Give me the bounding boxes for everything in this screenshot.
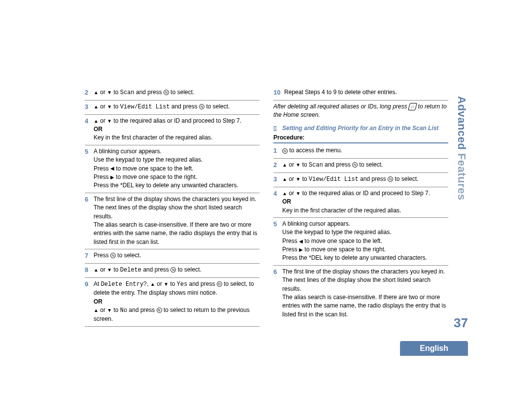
code-no: No	[120, 307, 127, 314]
step-number: 2	[273, 161, 282, 170]
procedure-label: Procedure:	[273, 133, 448, 143]
t: to	[112, 103, 120, 110]
step-number: 4	[273, 189, 282, 215]
ok-icon: N	[170, 267, 176, 273]
step-body: The first line of the display shows the …	[282, 268, 448, 319]
t: Key in the first character of the requir…	[94, 134, 212, 141]
t: and press	[323, 161, 352, 168]
step-body: N to access the menu.	[282, 146, 448, 156]
t: to	[112, 89, 120, 96]
page-content: 2 ▲ or ▼ to Scan and press N to select. …	[85, 86, 449, 327]
t: to	[168, 280, 177, 287]
right-column: 10 Repeat Steps 4 to 9 to delete other e…	[273, 86, 448, 327]
ok-icon: N	[388, 176, 393, 182]
step-number: 1	[273, 146, 282, 156]
up-icon: ▲	[94, 268, 99, 273]
ok-icon: N	[282, 148, 288, 154]
step-body: ▲ or ▼ to the required alias or ID and p…	[282, 189, 448, 215]
step-6: 6 The first line of the display shows th…	[273, 266, 448, 321]
step-1: 1 N to access the menu.	[273, 144, 448, 159]
right-icon: ▶	[110, 175, 114, 180]
section-title: Setting and Editing Priority for an Entr…	[282, 125, 438, 133]
t: or	[287, 161, 296, 168]
down-icon: ▼	[164, 282, 168, 287]
code-scan: Scan	[120, 89, 134, 96]
t: and press	[170, 103, 199, 110]
t: Press the *DEL key to delete any unwante…	[282, 254, 427, 261]
step-number: 8	[85, 266, 94, 275]
step-4: 4 ▲ or ▼ to the required alias or ID and…	[85, 115, 260, 145]
up-icon: ▲	[282, 163, 287, 168]
step-number: 6	[273, 268, 282, 319]
t: Press	[94, 173, 110, 180]
t: to	[112, 307, 120, 313]
up-icon: ▲	[282, 177, 287, 182]
step-number: 5	[273, 220, 282, 263]
note: After deleting all required aliases or I…	[273, 101, 448, 123]
ok-icon: N	[157, 308, 162, 313]
step-2: 2 ▲ or ▼ to Scan and press N to select.	[85, 86, 260, 101]
step-8: 8 ▲ or ▼ to Delete and press N to select…	[85, 264, 260, 278]
t: to select.	[204, 103, 230, 110]
t: and press	[187, 280, 216, 287]
t: to	[112, 266, 120, 273]
step-body: A blinking cursor appears. Use the keypa…	[94, 147, 260, 190]
t: Use the keypad to type the required alia…	[94, 156, 202, 163]
ok-icon: N	[164, 90, 169, 95]
step-number: 2	[85, 88, 94, 98]
t: Press	[94, 252, 110, 259]
up-icon: ▲	[94, 308, 99, 313]
t: After deleting all required aliases or I…	[273, 103, 409, 110]
step-body: A blinking cursor appears. Use the keypa…	[282, 220, 448, 263]
down-icon: ▼	[296, 191, 300, 196]
t: Press	[282, 246, 299, 253]
step-number: 6	[85, 195, 94, 246]
t: and press	[134, 89, 164, 96]
t: Press	[94, 165, 110, 172]
step-number: 10	[273, 88, 284, 98]
step-body: ▲ or ▼ to View/Edit List and press N to …	[94, 103, 260, 112]
t: to select.	[358, 161, 383, 168]
down-icon: ▼	[296, 163, 300, 168]
step-6: 6 The first line of the display shows th…	[85, 193, 260, 249]
t: A blinking cursor appears.	[94, 148, 162, 155]
t: to access the menu.	[288, 147, 342, 154]
t: At	[94, 280, 101, 287]
language-tab: English	[400, 341, 468, 356]
t: or	[99, 117, 107, 124]
up-icon: ▲	[94, 104, 99, 109]
code-scan: Scan	[309, 162, 323, 169]
t: or	[287, 190, 296, 197]
step-body: Press N to select.	[94, 251, 260, 261]
or-label: OR	[94, 126, 102, 133]
or-label: OR	[94, 298, 102, 305]
ok-icon: N	[110, 253, 116, 258]
t: to select.	[169, 89, 194, 96]
ok-icon: N	[352, 162, 358, 168]
step-number: 7	[85, 251, 94, 261]
t: Use the keypad to type the required alia…	[282, 229, 391, 236]
step-9: 9 At Delete Entry?, ▲ or ▼ to Yes and pr…	[85, 278, 260, 327]
step-body: ▲ or ▼ to View/Edit List and press N to …	[282, 175, 448, 184]
t: The alias search is case-insensitive. If…	[282, 294, 446, 318]
t: to move one space to the left.	[303, 238, 382, 244]
t: The first line of the display shows the …	[282, 268, 445, 292]
down-icon: ▼	[107, 90, 112, 95]
t: to	[300, 161, 309, 168]
t: and press	[359, 175, 388, 182]
step-body: ▲ or ▼ to the required alias or ID and p…	[94, 117, 260, 142]
step-5: 5 A blinking cursor appears. Use the key…	[273, 218, 448, 266]
left-column: 2 ▲ or ▼ to Scan and press N to select. …	[85, 86, 260, 327]
code-viewedit: View/Edit List	[309, 176, 359, 183]
left-icon: ◀	[110, 166, 114, 171]
t: to the required alias or ID and proceed …	[300, 190, 430, 197]
t: to the required alias or ID and proceed …	[112, 117, 241, 124]
t: to select.	[393, 175, 418, 182]
step-number: 3	[273, 175, 282, 184]
left-icon: ◀	[299, 239, 303, 244]
step-10: 10 Repeat Steps 4 to 9 to delete other e…	[273, 86, 448, 101]
ok-icon: N	[217, 281, 222, 287]
step-body: Repeat Steps 4 to 9 to delete other entr…	[284, 88, 448, 98]
side-section-title: Advanced Features	[455, 96, 468, 200]
t: and press	[127, 307, 156, 313]
